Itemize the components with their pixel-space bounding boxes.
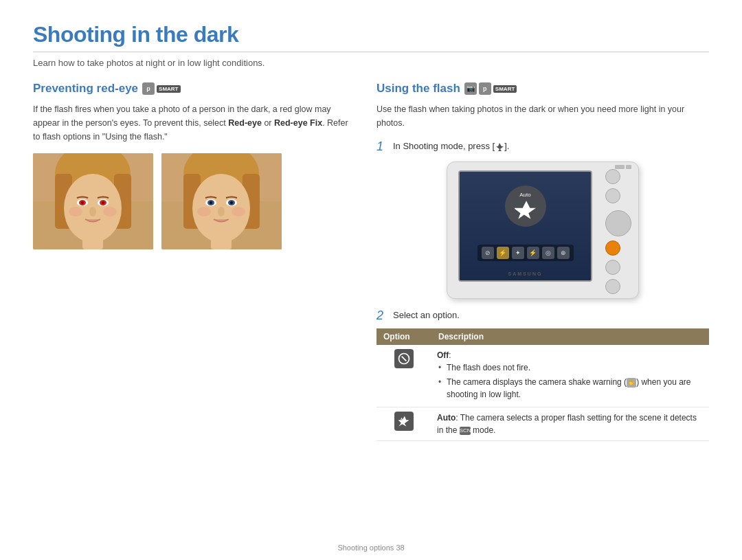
off-icon	[394, 349, 414, 368]
svg-point-28	[230, 201, 233, 204]
options-table: Option Description	[376, 328, 709, 441]
ctrl-btn-orange	[605, 240, 620, 256]
camera-body: Auto ⊘ ⚡ ✦ ⚡ ◎	[447, 161, 639, 299]
flash-description: Use the flash when taking photos in the …	[376, 102, 709, 130]
ctrl-dpad	[605, 210, 631, 236]
svg-point-31	[232, 207, 245, 216]
section-icons: p SMART	[142, 82, 180, 95]
step-1: 1 In Shooting mode, press [].	[376, 139, 709, 155]
svg-point-29	[218, 207, 225, 216]
svg-text:A: A	[401, 418, 403, 421]
title-divider	[33, 52, 709, 52]
step-1-text: In Shooting mode, press [].	[393, 139, 509, 153]
col-description: Description	[431, 328, 709, 345]
step-2: 2 Select an option.	[376, 309, 709, 324]
ctrl-btn-1	[605, 169, 620, 184]
ctrl-btn-3	[605, 260, 620, 275]
off-label: Off	[437, 350, 449, 360]
svg-point-13	[89, 207, 96, 216]
page-subtitle: Learn how to take photos at night or in …	[33, 58, 709, 68]
off-bullets: The flash does not fire. The camera disp…	[437, 361, 704, 401]
auto-bold: Auto	[437, 413, 456, 423]
two-column-layout: Preventing red-eye p SMART If the flash …	[33, 82, 709, 441]
comparison-images	[33, 153, 349, 249]
auto-description: Auto: The camera selects a proper flash …	[431, 407, 709, 441]
flash-opt-2: ⚡	[497, 247, 509, 259]
svg-point-30	[197, 207, 211, 216]
off-bullet-1: The flash does not fire.	[437, 361, 704, 374]
camera-p-icon: p	[142, 82, 155, 95]
auto-flash-icon: A	[394, 412, 414, 431]
camera-illustration: Auto ⊘ ⚡ ✦ ⚡ ◎	[376, 161, 709, 299]
camera-p-icon2: p	[479, 82, 491, 95]
ctrl-btn-4	[605, 279, 620, 294]
using-flash-title: Using the flash 📷 p SMART	[376, 82, 709, 96]
photo-fixed-eye	[161, 153, 282, 249]
preventing-red-eye-title: Preventing red-eye p SMART	[33, 82, 349, 96]
red-eye-description: If the flash fires when you take a photo…	[33, 102, 349, 144]
table-row-off: Off: The flash does not fire. The camera…	[376, 345, 709, 407]
step-1-number: 1	[376, 139, 387, 155]
flash-opt-3: ✦	[512, 247, 524, 259]
col-option: Option	[376, 328, 431, 345]
left-column: Preventing red-eye p SMART If the flash …	[33, 82, 349, 441]
flash-opt-5: ◎	[542, 247, 554, 259]
svg-marker-33	[515, 201, 536, 219]
off-description: Off: The flash does not fire. The camera…	[431, 345, 709, 407]
svg-marker-32	[496, 143, 504, 151]
svg-point-14	[69, 207, 82, 216]
page-container: Shooting in the dark Learn how to take p…	[0, 0, 742, 458]
page-title: Shooting in the dark	[33, 22, 709, 47]
scene-mode-icon: SCN	[460, 427, 471, 435]
svg-marker-36	[398, 416, 409, 427]
samsung-label: SAMSUNG	[508, 271, 543, 276]
off-icon-cell	[376, 345, 431, 407]
svg-point-25	[210, 201, 212, 204]
svg-line-35	[402, 357, 407, 361]
right-column: Using the flash 📷 p SMART Use the flash …	[376, 82, 709, 441]
camera-icon-flash: 📷	[464, 82, 477, 95]
svg-point-12	[102, 201, 104, 204]
svg-point-15	[103, 207, 117, 216]
table-row-auto: A Auto: The camera selects a proper flas…	[376, 407, 709, 441]
camera-screen: Auto ⊘ ⚡ ✦ ⚡ ◎	[458, 170, 592, 282]
flash-opt-4: ⚡	[527, 247, 539, 259]
camera-controls	[605, 169, 631, 294]
flash-opt-6: ⊕	[557, 247, 570, 259]
table-header-row: Option Description	[376, 328, 709, 345]
auto-icon-cell: A	[376, 407, 431, 441]
shake-icon: 🖐	[627, 378, 636, 388]
photo-red-eye	[33, 153, 153, 249]
auto-label: Auto	[519, 192, 530, 198]
flash-section-icons: 📷 p SMART	[464, 82, 517, 95]
flash-options-bar: ⊘ ⚡ ✦ ⚡ ◎ ⊕	[477, 245, 574, 261]
screen-inner: Auto ⊘ ⚡ ✦ ⚡ ◎	[460, 172, 591, 280]
svg-point-9	[81, 201, 84, 204]
flash-opt-1: ⊘	[482, 247, 494, 259]
red-eye-bold: Red-eye	[228, 118, 262, 128]
red-eye-fix-bold: Red-eye Fix	[274, 118, 322, 128]
step-2-number: 2	[376, 309, 387, 324]
smart-icon2: SMART	[493, 85, 517, 93]
ctrl-btn-2	[605, 188, 620, 203]
off-bullet-2: The camera displays the camera shake war…	[437, 376, 704, 401]
step-2-text: Select an option.	[393, 309, 460, 322]
smart-icon: SMART	[157, 85, 180, 93]
page-footer: Shooting options 38	[0, 544, 742, 552]
flash-menu-circle: Auto	[505, 186, 546, 227]
